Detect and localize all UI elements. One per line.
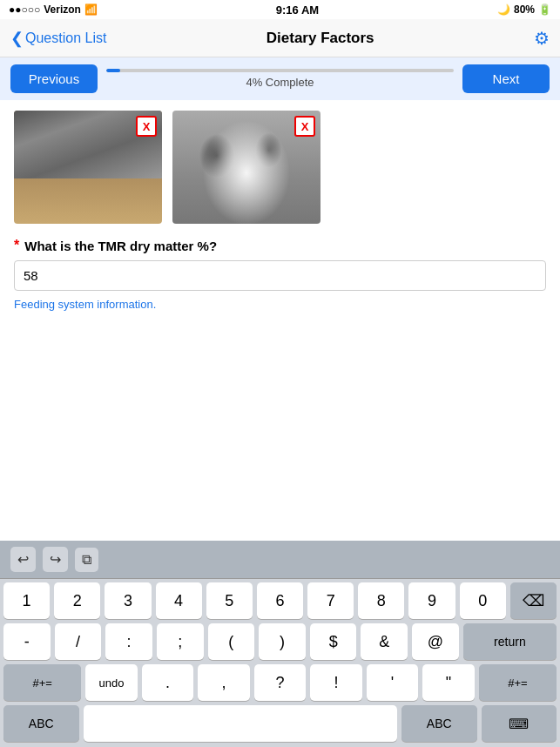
key-5[interactable]: 5: [206, 582, 253, 619]
backspace-key[interactable]: ⌫: [510, 582, 557, 619]
abc-left-button[interactable]: ABC: [3, 705, 79, 742]
key-comma[interactable]: ,: [198, 664, 250, 701]
question-text: What is the TMR dry matter %?: [24, 239, 217, 253]
key-dollar[interactable]: $: [310, 623, 357, 660]
wifi-icon: 📶: [84, 3, 98, 16]
status-bar: ●●○○○ Verizon 📶 9:16 AM 🌙 80% 🔋: [0, 0, 560, 19]
return-key[interactable]: return: [463, 623, 557, 660]
progress-label: 4% Complete: [246, 76, 314, 89]
settings-icon[interactable]: ⚙: [534, 28, 550, 49]
hint-text: Feeding system information.: [14, 298, 546, 311]
abc-right-button[interactable]: ABC: [401, 705, 477, 742]
key-exclaim[interactable]: !: [310, 664, 362, 701]
remove-image-1-button[interactable]: X: [136, 116, 157, 137]
status-carrier: ●●○○○ Verizon 📶: [9, 3, 98, 16]
hash-key-right[interactable]: #+=: [479, 664, 557, 701]
moon-icon: 🌙: [497, 3, 510, 16]
key-at[interactable]: @: [412, 623, 459, 660]
number-row: 1 2 3 4 5 6 7 8 9 0 ⌫: [3, 582, 557, 619]
content-area: X X * What is the TMR dry matter %? Feed…: [0, 100, 560, 321]
question-row: * What is the TMR dry matter %?: [14, 238, 546, 253]
key-apostrophe[interactable]: ': [367, 664, 419, 701]
keyboard-dismiss-button[interactable]: ⌨: [482, 705, 557, 742]
key-semicolon[interactable]: ;: [157, 623, 204, 660]
next-button[interactable]: Next: [462, 64, 550, 93]
back-button[interactable]: ❮ Question List: [10, 29, 106, 48]
key-1[interactable]: 1: [3, 582, 50, 619]
signal-dots: ●●○○○: [9, 3, 40, 16]
key-undo[interactable]: undo: [85, 664, 138, 701]
key-slash[interactable]: /: [55, 623, 102, 660]
key-colon[interactable]: :: [105, 623, 152, 660]
status-time: 9:16 AM: [276, 3, 319, 17]
undo-toolbar-button[interactable]: ↩: [10, 547, 36, 572]
nav-bar: ❮ Question List Dietary Factors ⚙: [0, 19, 560, 57]
key-rparen[interactable]: ): [259, 623, 306, 660]
battery-percent: 80%: [514, 3, 535, 16]
key-7[interactable]: 7: [307, 582, 354, 619]
image-2-container: X: [172, 111, 320, 224]
clipboard-toolbar-button[interactable]: ⧉: [75, 548, 98, 572]
key-ampersand[interactable]: &: [361, 623, 408, 660]
key-2[interactable]: 2: [54, 582, 100, 619]
previous-button[interactable]: Previous: [10, 64, 98, 93]
back-label: Question List: [25, 30, 106, 46]
bottom-row: ABC ABC ⌨: [3, 705, 557, 742]
required-star: *: [14, 238, 19, 253]
special-row: #+= undo . , ? ! ' " #+=: [3, 664, 557, 701]
hash-key-left[interactable]: #+=: [3, 664, 81, 701]
progress-center: 4% Complete: [106, 69, 454, 89]
key-period[interactable]: .: [142, 664, 194, 701]
redo-toolbar-button[interactable]: ↪: [43, 547, 68, 572]
key-minus[interactable]: -: [3, 623, 51, 660]
key-4[interactable]: 4: [156, 582, 202, 619]
key-8[interactable]: 8: [358, 582, 404, 619]
keyboard-rows: 1 2 3 4 5 6 7 8 9 0 ⌫ - / : ; ( ) $ & @ …: [0, 579, 560, 747]
battery-icon: 🔋: [538, 3, 551, 16]
page-title: Dietary Factors: [267, 30, 374, 47]
key-question[interactable]: ?: [254, 664, 307, 701]
keyboard-area: ↩ ↪ ⧉ 1 2 3 4 5 6 7 8 9 0 ⌫ - / : ; ( ) …: [0, 541, 560, 747]
progress-fill: [106, 69, 120, 72]
key-9[interactable]: 9: [408, 582, 455, 619]
status-right: 🌙 80% 🔋: [497, 3, 551, 16]
symbol-row: - / : ; ( ) $ & @ return: [3, 623, 557, 660]
key-lparen[interactable]: (: [208, 623, 255, 660]
images-row: X X: [14, 111, 546, 224]
space-bar[interactable]: [84, 705, 397, 742]
carrier-name: Verizon: [44, 3, 81, 16]
progress-area: Previous 4% Complete Next: [0, 57, 560, 100]
keyboard-toolbar: ↩ ↪ ⧉: [0, 541, 560, 579]
key-6[interactable]: 6: [257, 582, 303, 619]
answer-input[interactable]: [14, 260, 546, 291]
key-3[interactable]: 3: [105, 582, 151, 619]
chevron-left-icon: ❮: [10, 29, 24, 48]
key-quote[interactable]: ": [422, 664, 475, 701]
remove-image-2-button[interactable]: X: [294, 116, 315, 137]
key-0[interactable]: 0: [460, 582, 506, 619]
progress-track: [106, 69, 454, 72]
image-1-container: X: [14, 111, 162, 224]
